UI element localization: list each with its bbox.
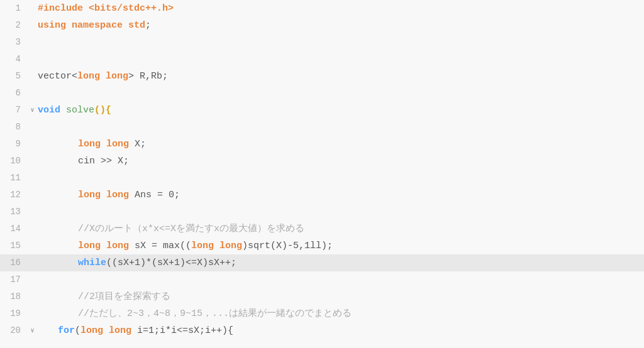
token-kw-orange: long long bbox=[77, 69, 128, 84]
line-number: 3 bbox=[0, 34, 28, 51]
token-text-comment: //2項目を全探索する bbox=[78, 290, 170, 305]
fold-indicator bbox=[28, 288, 38, 305]
line-number: 18 bbox=[0, 288, 28, 305]
line-content: vector<long long> R,Rb; bbox=[38, 68, 168, 85]
fold-indicator[interactable]: ∨ bbox=[28, 102, 38, 119]
code-line: 2using namespace std; bbox=[0, 17, 644, 34]
line-number: 13 bbox=[0, 204, 28, 220]
token-text-normal: vector bbox=[38, 69, 72, 84]
line-number: 19 bbox=[0, 305, 28, 322]
line-number: 6 bbox=[0, 85, 28, 102]
line-content: //Xのルート（x*x<=Xを満たすxの最大値）を求める bbox=[38, 220, 304, 237]
line-number: 12 bbox=[0, 187, 28, 204]
fold-indicator bbox=[28, 136, 38, 153]
code-line: 1#include <bits/stdc++.h> bbox=[0, 0, 644, 17]
token-text-normal bbox=[123, 18, 128, 33]
line-content bbox=[38, 119, 58, 136]
fold-indicator bbox=[28, 271, 38, 288]
token-kw-orange: long long bbox=[78, 239, 129, 254]
token-kw-orange: long long bbox=[78, 137, 129, 152]
fold-indicator bbox=[28, 0, 38, 17]
token-text-comment: //ただし、2~3，4~8，9~15，...は結果が一緒なのでまとめる bbox=[78, 307, 352, 322]
line-content: long long Ans = 0; bbox=[38, 187, 180, 204]
line-number: 9 bbox=[0, 136, 28, 153]
code-line: 18//2項目を全探索する bbox=[0, 288, 644, 305]
token-bracket-yellow: { bbox=[106, 103, 111, 118]
line-number: 5 bbox=[0, 68, 28, 85]
fold-indicator bbox=[28, 170, 38, 187]
code-line: 6 bbox=[0, 85, 644, 102]
token-text-normal: < bbox=[72, 69, 77, 84]
line-content: using namespace std; bbox=[38, 17, 151, 34]
fold-indicator bbox=[28, 34, 38, 51]
code-line: 8 bbox=[0, 119, 644, 136]
code-line: 9long long X; bbox=[0, 136, 644, 153]
line-number: 15 bbox=[0, 237, 28, 254]
fold-indicator bbox=[28, 187, 38, 204]
token-text-normal: ((sX+1)*(sX+1)<=X)sX++; bbox=[106, 256, 236, 271]
token-kw-orange: #include bbox=[38, 1, 83, 16]
code-content: 1#include <bits/stdc++.h>2using namespac… bbox=[0, 0, 644, 348]
line-number: 4 bbox=[0, 51, 28, 68]
code-line: 7∨void solve(){ bbox=[0, 102, 644, 119]
fold-arrow[interactable]: ∨ bbox=[30, 106, 34, 116]
code-line: 14//Xのルート（x*x<=Xを満たすxの最大値）を求める bbox=[0, 220, 644, 237]
code-editor: 1#include <bits/stdc++.h>2using namespac… bbox=[0, 0, 644, 348]
code-line: 5vector<long long> R,Rb; bbox=[0, 68, 644, 85]
line-number: 8 bbox=[0, 119, 28, 136]
fold-arrow[interactable]: ∨ bbox=[30, 326, 34, 336]
token-text-normal: X; bbox=[129, 137, 146, 152]
fold-indicator[interactable]: ∨ bbox=[28, 322, 38, 339]
code-line: 17 bbox=[0, 271, 644, 288]
fold-indicator bbox=[28, 119, 38, 136]
token-text-normal bbox=[60, 103, 66, 118]
code-line: 4 bbox=[0, 51, 644, 68]
fold-indicator bbox=[28, 153, 38, 170]
token-text-normal: ; bbox=[145, 18, 151, 33]
line-content: void solve(){ bbox=[38, 102, 111, 119]
line-number: 7 bbox=[0, 102, 28, 119]
fold-indicator bbox=[28, 305, 38, 322]
fold-indicator bbox=[28, 17, 38, 34]
code-line: 19//ただし、2~3，4~8，9~15，...は結果が一緒なのでまとめる bbox=[0, 305, 644, 322]
token-text-normal: cin >> X; bbox=[78, 154, 129, 169]
line-content: for(long long i=1;i*i<=sX;i++){ bbox=[38, 322, 233, 339]
line-number: 2 bbox=[0, 17, 28, 34]
line-number: 1 bbox=[0, 0, 28, 17]
line-content: //2項目を全探索する bbox=[38, 288, 170, 305]
token-text-normal: )sqrt(X)-5,1ll); bbox=[242, 239, 333, 254]
token-kw-orange: long long bbox=[78, 188, 129, 203]
line-content bbox=[38, 271, 58, 288]
line-number: 10 bbox=[0, 153, 28, 170]
fold-indicator bbox=[28, 51, 38, 68]
token-kw-orange: std bbox=[128, 18, 145, 33]
token-text-normal: > R,Rb; bbox=[128, 69, 168, 84]
line-content: while((sX+1)*(sX+1)<=X)sX++; bbox=[38, 254, 236, 271]
token-kw-orange: long long bbox=[191, 239, 242, 254]
code-line: 20∨for(long long i=1;i*i<=sX;i++){ bbox=[0, 322, 644, 339]
token-text-comment: //Xのルート（x*x<=Xを満たすxの最大値）を求める bbox=[78, 222, 304, 237]
token-kw-blue: void bbox=[38, 103, 60, 118]
token-kw-blue: while bbox=[78, 256, 106, 271]
fold-indicator bbox=[28, 85, 38, 102]
line-content: //ただし、2~3，4~8，9~15，...は結果が一緒なのでまとめる bbox=[38, 305, 352, 322]
token-kw-orange: using bbox=[38, 18, 66, 33]
line-content bbox=[38, 170, 58, 187]
code-line: 13 bbox=[0, 204, 644, 220]
token-text-normal: Ans = 0; bbox=[129, 188, 180, 203]
line-number: 11 bbox=[0, 170, 28, 187]
line-number: 14 bbox=[0, 220, 28, 237]
fold-indicator bbox=[28, 68, 38, 85]
line-content: long long sX = max((long long)sqrt(X)-5,… bbox=[38, 237, 333, 254]
line-number: 20 bbox=[0, 322, 28, 339]
line-number: 17 bbox=[0, 271, 28, 288]
token-text-normal bbox=[66, 18, 72, 33]
token-kw-blue: for bbox=[58, 324, 75, 339]
line-content bbox=[38, 204, 58, 220]
line-content: cin >> X; bbox=[38, 153, 129, 170]
token-bracket-yellow: () bbox=[94, 103, 106, 118]
line-content: #include <bits/stdc++.h> bbox=[38, 0, 174, 17]
token-text-normal: sX = max(( bbox=[129, 239, 191, 254]
code-line: 11 bbox=[0, 170, 644, 187]
code-line: 15long long sX = max((long long)sqrt(X)-… bbox=[0, 237, 644, 254]
